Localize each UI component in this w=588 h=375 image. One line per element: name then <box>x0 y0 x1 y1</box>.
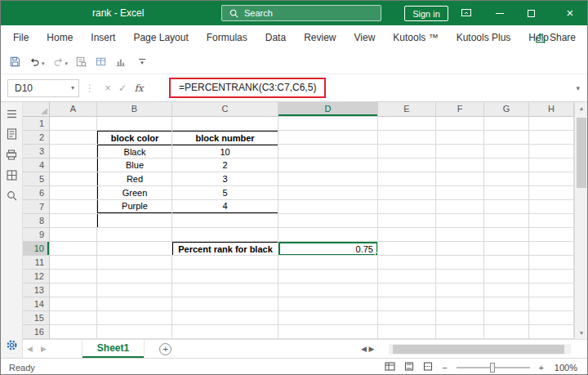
row-header[interactable]: 13 <box>23 283 50 297</box>
vertical-scroll-thumb[interactable] <box>577 118 586 188</box>
tab-formulas[interactable]: Formulas <box>198 25 256 50</box>
tab-kutools[interactable]: Kutools ™ <box>384 25 447 50</box>
printer-icon[interactable] <box>6 150 17 160</box>
column-header-b[interactable]: B <box>97 102 172 117</box>
row-header[interactable]: 11 <box>23 256 50 270</box>
undo-dropdown-icon[interactable]: ▾ <box>42 60 45 68</box>
tab-insert[interactable]: Insert <box>82 25 124 50</box>
row-header[interactable]: 7 <box>23 200 50 214</box>
sheet-nav-left-icon[interactable]: ◀ <box>23 345 37 353</box>
tab-kutools-plus[interactable]: Kutools Plus <box>448 25 520 50</box>
table-cell[interactable]: 3 <box>172 172 278 186</box>
undo-button[interactable]: ▾ <box>29 56 45 68</box>
table-cell[interactable]: Green <box>98 186 172 200</box>
hscroll-arrows[interactable]: ◀ ▶ <box>361 345 374 353</box>
row-header[interactable]: 12 <box>23 270 50 283</box>
share-button[interactable]: Share <box>535 25 576 50</box>
print-preview-icon[interactable] <box>75 56 87 68</box>
column-header-f[interactable]: F <box>436 102 484 117</box>
page-layout-view-icon[interactable] <box>404 362 414 373</box>
insert-function-icon[interactable]: fx <box>130 83 148 94</box>
gridline <box>50 213 574 214</box>
enter-icon[interactable]: ✓ <box>115 83 130 94</box>
redo-dropdown-icon[interactable]: ▾ <box>65 60 69 68</box>
close-button[interactable]: × <box>553 1 587 25</box>
magnifier-icon[interactable] <box>7 190 17 201</box>
grid-body[interactable]: block colorblock numberBlack10Blue2Red3G… <box>50 117 574 339</box>
save-icon[interactable] <box>9 56 21 68</box>
search-box[interactable]: Search <box>221 5 381 21</box>
table-cell[interactable]: 5 <box>172 186 278 200</box>
table-cell[interactable]: 2 <box>172 158 278 172</box>
table-cell[interactable] <box>172 213 278 227</box>
select-all-button[interactable] <box>23 102 50 117</box>
redo-button[interactable]: ▾ <box>52 56 69 68</box>
horizontal-scrollbar[interactable] <box>389 344 571 355</box>
add-sheet-button[interactable]: + <box>159 343 172 355</box>
scroll-up-icon[interactable]: ▲ <box>575 102 588 114</box>
row-header[interactable]: 15 <box>23 311 50 325</box>
row-header[interactable]: 16 <box>23 325 50 339</box>
minimize-button[interactable] <box>488 1 512 25</box>
table-icon[interactable] <box>95 56 107 68</box>
column-header-g[interactable]: G <box>484 102 529 117</box>
grid-icon[interactable] <box>7 170 17 181</box>
row-header[interactable]: 14 <box>23 297 50 311</box>
vertical-scrollbar[interactable]: ▲ ▼ <box>574 102 588 339</box>
column-header-a[interactable]: A <box>50 102 97 117</box>
chart-icon[interactable] <box>114 56 127 68</box>
row-header[interactable]: 3 <box>23 145 50 158</box>
name-box-dropdown-icon[interactable]: ▾ <box>71 84 78 92</box>
zoom-slider-thumb[interactable] <box>490 363 495 373</box>
table-cell[interactable]: Red <box>98 172 172 186</box>
zoom-level[interactable]: 100% <box>553 363 577 373</box>
sheet-nav-right-icon[interactable]: ▶ <box>37 345 51 353</box>
row-header[interactable]: 2 <box>23 131 50 145</box>
table-cell[interactable]: 10 <box>172 145 278 159</box>
formula-bar-grip[interactable]: ⋮ <box>85 83 95 94</box>
zoom-out-button[interactable]: − <box>442 363 447 373</box>
sheet-tab-sheet1[interactable]: Sheet1 <box>82 340 145 358</box>
settings-gear-icon[interactable] <box>6 339 18 351</box>
table-cell[interactable] <box>98 213 172 227</box>
row-header[interactable]: 1 <box>23 117 50 131</box>
tab-review[interactable]: Review <box>295 25 345 50</box>
tab-page-layout[interactable]: Page Layout <box>124 25 197 50</box>
name-box[interactable]: D10 ▾ <box>7 79 79 97</box>
formula-bar-expand-icon[interactable]: ▾ <box>576 84 580 92</box>
row-header[interactable]: 5 <box>23 172 50 186</box>
zoom-in-button[interactable]: + <box>539 363 544 373</box>
formula-input[interactable]: =PERCENTRANK(C3:C7,C6,5) <box>169 78 326 98</box>
tab-home[interactable]: Home <box>38 25 82 50</box>
selected-cell-d10[interactable]: 0.75 <box>278 242 378 256</box>
customize-qat-icon[interactable]: ▾ <box>139 59 145 65</box>
column-header-h[interactable]: H <box>529 102 574 117</box>
row-header[interactable]: 8 <box>23 214 50 228</box>
table-cell[interactable]: 4 <box>172 200 278 214</box>
tab-data[interactable]: Data <box>256 25 295 50</box>
document-icon[interactable] <box>7 128 17 140</box>
page-break-view-icon[interactable] <box>423 362 433 373</box>
column-header-e[interactable]: E <box>378 102 436 117</box>
maximize-button[interactable] <box>519 1 543 25</box>
horizontal-scroll-thumb[interactable] <box>393 345 564 354</box>
cancel-icon[interactable]: × <box>100 83 115 94</box>
table-cell[interactable]: Purple <box>98 200 172 214</box>
scroll-down-icon[interactable]: ▼ <box>575 327 588 339</box>
zoom-slider[interactable] <box>457 367 530 368</box>
ribbon-display-options-icon[interactable] <box>461 7 474 19</box>
result-label-cell[interactable]: Percent rank for black <box>172 242 278 256</box>
table-cell[interactable]: Black <box>98 145 172 159</box>
menu-icon[interactable] <box>7 109 17 118</box>
table-cell[interactable]: Blue <box>98 158 172 172</box>
sign-in-button[interactable]: Sign in <box>404 6 448 21</box>
row-header[interactable]: 9 <box>23 228 50 242</box>
column-header-d[interactable]: D <box>278 102 378 117</box>
tab-file[interactable]: File <box>4 25 38 50</box>
row-header[interactable]: 6 <box>23 186 50 200</box>
column-header-c[interactable]: C <box>172 102 278 117</box>
tab-view[interactable]: View <box>345 25 385 50</box>
row-header[interactable]: 10 <box>23 242 50 256</box>
normal-view-icon[interactable] <box>385 362 395 373</box>
row-header[interactable]: 4 <box>23 158 50 172</box>
